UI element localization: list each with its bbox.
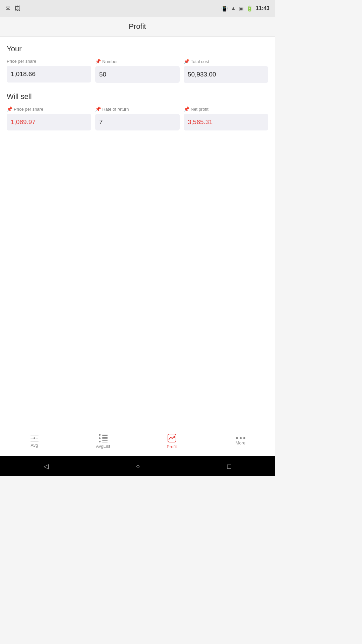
bottom-nav: Avg [0, 426, 275, 456]
avglist-icon [99, 434, 108, 442]
nav-more-label: More [236, 440, 246, 445]
your-number-label: 📌 Number [95, 59, 180, 64]
rate-of-return-label: 📌 Rate of return [95, 106, 180, 112]
app-header: Profit [0, 17, 275, 37]
rate-of-return-input[interactable]: 7 [95, 114, 180, 130]
more-dots-icon [236, 437, 245, 439]
your-section: Your Price per share 1,018.66 📌 Number 5… [7, 45, 268, 83]
home-button[interactable]: ○ [129, 460, 146, 473]
profit-chart-icon [167, 433, 177, 443]
battery-icon: 🔋 [246, 5, 253, 12]
net-profit-input[interactable]: 3,565.31 [184, 114, 268, 130]
your-number-input[interactable]: 50 [95, 66, 180, 83]
wifi-icon: ▲ [231, 5, 236, 11]
status-time: 11:43 [256, 5, 269, 11]
your-total-cost-group: 📌 Total cost 50,933.00 [184, 59, 268, 83]
nav-item-more[interactable]: More [206, 434, 275, 449]
status-right-icons: 📳 ▲ ▣ 🔋 11:43 [221, 5, 269, 12]
your-price-per-share-label: Price per share [7, 59, 91, 64]
vibrate-icon: 📳 [221, 5, 228, 12]
your-total-cost-input[interactable]: 50,933.00 [184, 66, 268, 83]
your-price-per-share-input[interactable]: 1,018.66 [7, 66, 91, 83]
net-profit-label: 📌 Net profit [184, 106, 268, 112]
nav-item-profit[interactable]: Profit [137, 430, 206, 452]
nav-avg-label: Avg [31, 443, 38, 448]
nav-item-avglist[interactable]: AvgList [69, 430, 137, 452]
will-sell-fields-row: 📌 Price per share 1,089.97 📌 Rate of ret… [7, 106, 268, 130]
avg-icon [31, 435, 39, 441]
your-price-per-share-group: Price per share 1,018.66 [7, 59, 91, 83]
pin-icon-3: 📌 [7, 106, 12, 112]
pin-icon: 📌 [95, 59, 101, 64]
sell-price-per-share-label: 📌 Price per share [7, 106, 91, 112]
main-content: Your Price per share 1,018.66 📌 Number 5… [0, 37, 275, 426]
page-title: Profit [129, 22, 146, 31]
sell-price-per-share-group: 📌 Price per share 1,089.97 [7, 106, 91, 130]
sell-price-per-share-input[interactable]: 1,089.97 [7, 114, 91, 130]
back-button[interactable]: ◁ [37, 460, 55, 473]
nav-profit-label: Profit [167, 444, 177, 449]
android-nav-bar: ◁ ○ □ [0, 456, 275, 476]
status-bar: ✉ 🖼 📳 ▲ ▣ 🔋 11:43 [0, 0, 275, 17]
net-profit-group: 📌 Net profit 3,565.31 [184, 106, 268, 130]
your-number-group: 📌 Number 50 [95, 59, 180, 83]
pin-icon-2: 📌 [184, 59, 189, 64]
recents-button[interactable]: □ [221, 460, 238, 473]
will-sell-section: Will sell 📌 Price per share 1,089.97 📌 R… [7, 92, 268, 130]
will-sell-section-label: Will sell [7, 92, 268, 101]
pin-icon-5: 📌 [184, 106, 189, 112]
gmail-icon: ✉ [5, 5, 10, 12]
your-section-label: Your [7, 45, 268, 53]
rate-of-return-group: 📌 Rate of return 7 [95, 106, 180, 130]
status-left-icons: ✉ 🖼 [5, 5, 20, 12]
your-fields-row: Price per share 1,018.66 📌 Number 50 📌 T… [7, 59, 268, 83]
your-total-cost-label: 📌 Total cost [184, 59, 268, 64]
nav-item-avg[interactable]: Avg [0, 431, 69, 451]
image-icon: 🖼 [14, 5, 20, 12]
nav-avglist-label: AvgList [96, 444, 110, 449]
sim-icon: ▣ [239, 5, 244, 12]
pin-icon-4: 📌 [95, 106, 101, 112]
